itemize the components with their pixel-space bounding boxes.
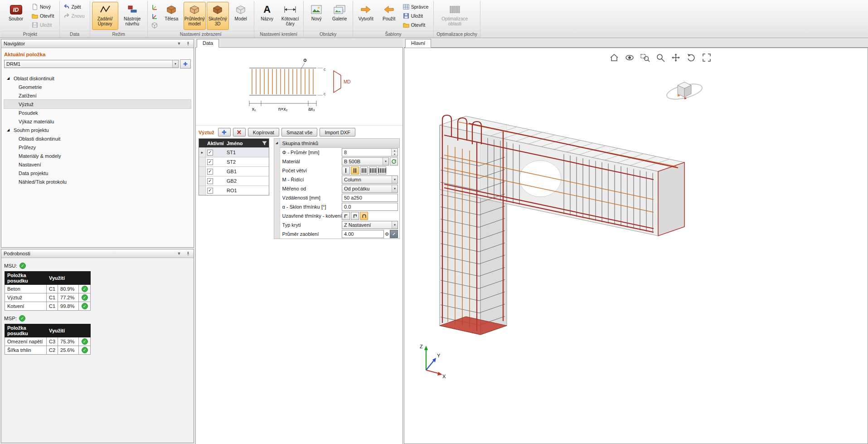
- template-save-button[interactable]: Uložit: [401, 11, 432, 20]
- branch-count-option[interactable]: [351, 166, 359, 175]
- rebar-row[interactable]: ▸✓ST1: [199, 147, 269, 157]
- tree-item[interactable]: Výztuž: [4, 100, 191, 108]
- row-selector[interactable]: [199, 176, 206, 185]
- active-checkbox[interactable]: ✓: [207, 178, 213, 184]
- branch-count-option[interactable]: [360, 166, 368, 175]
- tree-expander-icon[interactable]: ◢: [7, 76, 14, 80]
- spin-down-icon[interactable]: ▼: [392, 152, 398, 156]
- home-view-icon[interactable]: [609, 53, 619, 63]
- row-selector[interactable]: [199, 157, 206, 166]
- row-selector[interactable]: ▸: [199, 148, 206, 157]
- file-menu-button[interactable]: ID Soubor: [3, 2, 29, 30]
- dropdown[interactable]: Column▼: [342, 176, 398, 184]
- view-axes-alt-button[interactable]: [150, 12, 160, 20]
- view-solids-button[interactable]: Tělesa: [160, 2, 183, 30]
- text-input[interactable]: 0.0: [342, 203, 398, 211]
- anchorage-option[interactable]: [351, 212, 359, 220]
- text-input[interactable]: 4.00: [342, 230, 384, 238]
- tree-item[interactable]: Geometrie: [4, 83, 191, 91]
- template-apply-button[interactable]: Použít: [378, 2, 400, 30]
- delete-all-button[interactable]: Smazat vše: [281, 128, 317, 137]
- open-project-button[interactable]: Otevřít: [30, 11, 58, 20]
- dimension-lines-button[interactable]: Kótovací čáry: [279, 2, 301, 30]
- chevron-down-icon[interactable]: ▼: [176, 251, 182, 256]
- pin-icon[interactable]: [185, 251, 191, 256]
- view-transparent-model-button[interactable]: Průhledný model: [184, 2, 206, 30]
- add-rebar-button[interactable]: [218, 128, 231, 137]
- delete-rebar-button[interactable]: [233, 128, 246, 137]
- new-project-button[interactable]: Nový: [30, 2, 58, 11]
- labels-button[interactable]: A Názvy: [256, 2, 278, 30]
- filter-funnel-icon[interactable]: [262, 141, 267, 146]
- add-item-button[interactable]: [180, 59, 191, 68]
- pan-icon[interactable]: [671, 53, 681, 63]
- tree-item[interactable]: ◢Souhrn projektu: [4, 126, 191, 134]
- tree-item[interactable]: Data projektu: [4, 169, 191, 177]
- dropdown[interactable]: B 500B▼: [342, 157, 389, 166]
- tree-item[interactable]: Průřezy: [4, 143, 191, 151]
- new-picture-button[interactable]: Nový: [305, 2, 328, 30]
- import-dxf-button[interactable]: Import DXF: [320, 128, 355, 137]
- tree-item[interactable]: Nastavení: [4, 160, 191, 169]
- tree-item[interactable]: Výkaz materiálu: [4, 117, 191, 126]
- visibility-eye-icon[interactable]: [625, 53, 635, 63]
- rebar-row[interactable]: ✓GB2: [199, 176, 269, 185]
- text-input[interactable]: 50 a250: [342, 194, 398, 202]
- branch-count-option[interactable]: [378, 166, 386, 175]
- property-panel-gutter[interactable]: ◢: [274, 139, 280, 239]
- redo-button[interactable]: Znovu: [62, 11, 88, 20]
- active-checkbox[interactable]: ✓: [207, 169, 213, 175]
- copy-button[interactable]: Kopírovat: [248, 128, 279, 137]
- rebar-row[interactable]: ✓GB1: [199, 166, 269, 176]
- tree-item[interactable]: Zatížení: [4, 91, 191, 100]
- tab-hlavni[interactable]: Hlavní: [405, 39, 431, 48]
- branch-count-option[interactable]: [342, 166, 350, 175]
- mode-input-edit-button[interactable]: Zadání/Úpravy: [92, 2, 118, 30]
- template-open-button[interactable]: Otevřít: [401, 20, 432, 29]
- dropdown[interactable]: Od počátku▼: [342, 185, 398, 193]
- column-header-active[interactable]: Aktivní: [206, 141, 227, 146]
- row-selector[interactable]: [199, 186, 206, 195]
- rotate-icon[interactable]: [686, 53, 696, 63]
- tree-expander-icon[interactable]: ◢: [7, 128, 14, 132]
- active-checkbox[interactable]: ✓: [207, 188, 213, 194]
- pin-icon[interactable]: [185, 41, 191, 46]
- numeric-input[interactable]: 8▲▼: [342, 148, 398, 156]
- tree-item[interactable]: Náhled/Tisk protokolu: [4, 177, 191, 186]
- anchorage-option[interactable]: [360, 212, 368, 220]
- view-real-3d-button[interactable]: Skutečný 3D: [207, 2, 229, 30]
- edit-button[interactable]: [390, 230, 398, 238]
- template-manager-button[interactable]: Správce: [401, 2, 432, 11]
- tree-item[interactable]: ◢Oblast diskontinuit: [4, 74, 191, 83]
- active-checkbox[interactable]: ✓: [207, 150, 213, 156]
- column-header-name[interactable]: Jméno: [227, 141, 242, 146]
- row-selector[interactable]: [199, 167, 206, 176]
- zoom-icon[interactable]: [655, 53, 665, 63]
- save-project-button[interactable]: Uložit: [30, 20, 58, 29]
- active-checkbox[interactable]: ✓: [207, 159, 213, 165]
- fullscreen-icon[interactable]: [702, 53, 712, 63]
- view-model-button[interactable]: Model: [230, 2, 252, 30]
- spin-up-icon[interactable]: ▲: [392, 149, 398, 152]
- refresh-button[interactable]: [390, 157, 398, 166]
- rebar-row[interactable]: ✓RO1: [199, 185, 269, 195]
- tree-item[interactable]: Oblasti diskontinuit: [4, 134, 191, 143]
- gallery-button[interactable]: Galerie: [329, 2, 351, 30]
- template-create-button[interactable]: Vytvořit: [355, 2, 377, 30]
- tab-data[interactable]: Data: [197, 39, 219, 48]
- spinner-buttons[interactable]: ▲▼: [391, 149, 398, 156]
- mode-design-tools-button[interactable]: Nástroje návrhu: [119, 2, 145, 30]
- chevron-down-icon[interactable]: ▼: [176, 41, 182, 46]
- rebar-row[interactable]: ✓ST2: [199, 157, 269, 166]
- 3d-viewport[interactable]: Z Y X: [404, 48, 868, 444]
- view-axes-button[interactable]: [150, 3, 160, 11]
- undo-button[interactable]: Zpět: [62, 2, 88, 11]
- view-cube-button[interactable]: [150, 21, 160, 29]
- zoom-window-icon[interactable]: [640, 53, 650, 63]
- view-cube[interactable]: [664, 74, 705, 107]
- area-optimization-button[interactable]: Optimalizace oblasti: [436, 2, 474, 30]
- tree-item[interactable]: Materiály & modely: [4, 151, 191, 160]
- branch-count-option[interactable]: [369, 166, 377, 175]
- dropdown[interactable]: Z Nastavení▼: [342, 221, 398, 229]
- tree-item[interactable]: Posudek: [4, 108, 191, 117]
